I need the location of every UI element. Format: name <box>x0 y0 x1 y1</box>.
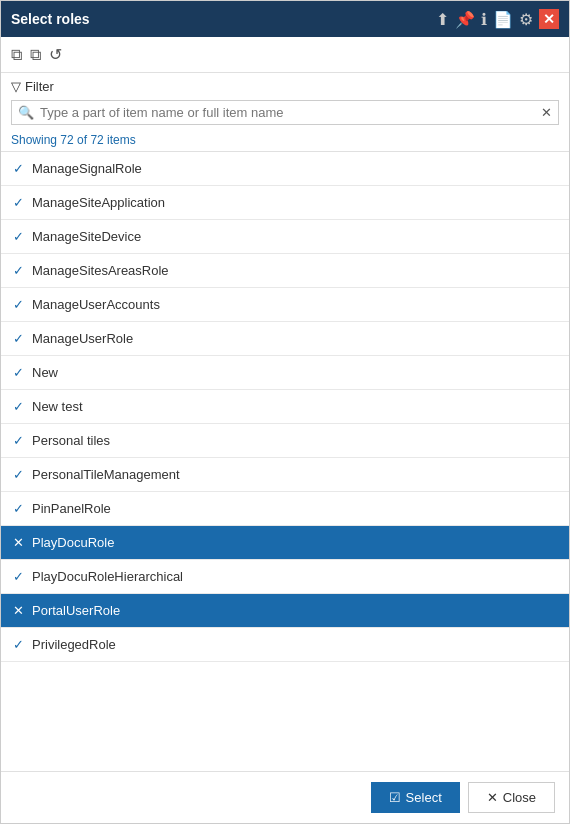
dialog-title: Select roles <box>11 11 90 27</box>
refresh-icon[interactable]: ↺ <box>49 45 62 64</box>
clear-search-icon[interactable]: ✕ <box>541 105 552 120</box>
item-label: PortalUserRole <box>32 603 120 618</box>
item-label: Personal tiles <box>32 433 110 448</box>
x-icon: ✕ <box>13 603 24 618</box>
list-item[interactable]: ✓ New test <box>1 390 569 424</box>
check-icon: ✓ <box>13 637 24 652</box>
check-icon: ✓ <box>13 297 24 312</box>
list-item[interactable]: ✓ ManageSignalRole <box>1 152 569 186</box>
toolbar: ⧉ ⧉ ↺ <box>1 37 569 73</box>
select-button[interactable]: ☑ Select <box>371 782 460 813</box>
list-item[interactable]: ✓ PlayDocuRoleHierarchical <box>1 560 569 594</box>
search-input[interactable] <box>40 105 541 120</box>
footer: ☑ Select ✕ Close <box>1 771 569 823</box>
filter-icon: ▽ <box>11 79 21 94</box>
close-button[interactable]: ✕ Close <box>468 782 555 813</box>
check-icon: ✓ <box>13 467 24 482</box>
list-item[interactable]: ✓ Personal tiles <box>1 424 569 458</box>
list-item[interactable]: ✓ ManageSiteApplication <box>1 186 569 220</box>
check-icon: ✓ <box>13 161 24 176</box>
select-roles-dialog: Select roles ⬆ 📌 ℹ 📄 ⚙ ✕ ⧉ ⧉ ↺ ▽ Filter … <box>0 0 570 824</box>
item-label: ManageSiteApplication <box>32 195 165 210</box>
title-bar: Select roles ⬆ 📌 ℹ 📄 ⚙ ✕ <box>1 1 569 37</box>
list-item[interactable]: ✓ PinPanelRole <box>1 492 569 526</box>
items-list: ✓ ManageSignalRole✓ ManageSiteApplicatio… <box>1 151 569 771</box>
list-item[interactable]: ✓ ManageSitesAreasRole <box>1 254 569 288</box>
item-label: PersonalTileManagement <box>32 467 180 482</box>
list-item[interactable]: ✓ ManageUserAccounts <box>1 288 569 322</box>
showing-info: Showing 72 of 72 items <box>1 129 569 151</box>
doc-icon[interactable]: 📄 <box>493 10 513 29</box>
list-item[interactable]: ✕ PortalUserRole <box>1 594 569 628</box>
item-label: New test <box>32 399 83 414</box>
item-label: PrivilegedRole <box>32 637 116 652</box>
item-label: PinPanelRole <box>32 501 111 516</box>
filter-section: ▽ Filter 🔍 ✕ <box>1 73 569 129</box>
select-all-icon[interactable]: ⧉ <box>11 46 22 64</box>
item-label: PlayDocuRole <box>32 535 114 550</box>
list-item[interactable]: ✓ PrivilegedRole <box>1 628 569 662</box>
info-icon[interactable]: ℹ <box>481 10 487 29</box>
item-label: ManageSignalRole <box>32 161 142 176</box>
check-icon: ✓ <box>13 331 24 346</box>
close-button-icon: ✕ <box>487 790 498 805</box>
check-icon: ✓ <box>13 263 24 278</box>
check-icon: ✓ <box>13 433 24 448</box>
settings-icon[interactable]: ⚙ <box>519 10 533 29</box>
check-icon: ✓ <box>13 569 24 584</box>
pin-icon[interactable]: 📌 <box>455 10 475 29</box>
list-item[interactable]: ✓ ManageUserRole <box>1 322 569 356</box>
item-label: New <box>32 365 58 380</box>
check-icon: ✓ <box>13 365 24 380</box>
list-item[interactable]: ✓ PersonalTileManagement <box>1 458 569 492</box>
item-label: ManageUserRole <box>32 331 133 346</box>
list-item[interactable]: ✕ PlayDocuRole <box>1 526 569 560</box>
check-icon: ✓ <box>13 501 24 516</box>
deselect-all-icon[interactable]: ⧉ <box>30 46 41 64</box>
x-icon: ✕ <box>13 535 24 550</box>
search-icon: 🔍 <box>18 105 34 120</box>
list-item[interactable]: ✓ New <box>1 356 569 390</box>
export-icon[interactable]: ⬆ <box>436 10 449 29</box>
list-item[interactable]: ✓ ManageSiteDevice <box>1 220 569 254</box>
check-icon: ✓ <box>13 399 24 414</box>
search-box: 🔍 ✕ <box>11 100 559 125</box>
item-label: ManageUserAccounts <box>32 297 160 312</box>
check-icon: ✓ <box>13 229 24 244</box>
check-icon: ✓ <box>13 195 24 210</box>
select-button-icon: ☑ <box>389 790 401 805</box>
item-label: ManageSiteDevice <box>32 229 141 244</box>
item-label: PlayDocuRoleHierarchical <box>32 569 183 584</box>
close-title-button[interactable]: ✕ <box>539 9 559 29</box>
item-label: ManageSitesAreasRole <box>32 263 169 278</box>
filter-label: ▽ Filter <box>11 79 559 94</box>
title-bar-icons: ⬆ 📌 ℹ 📄 ⚙ ✕ <box>436 9 559 29</box>
